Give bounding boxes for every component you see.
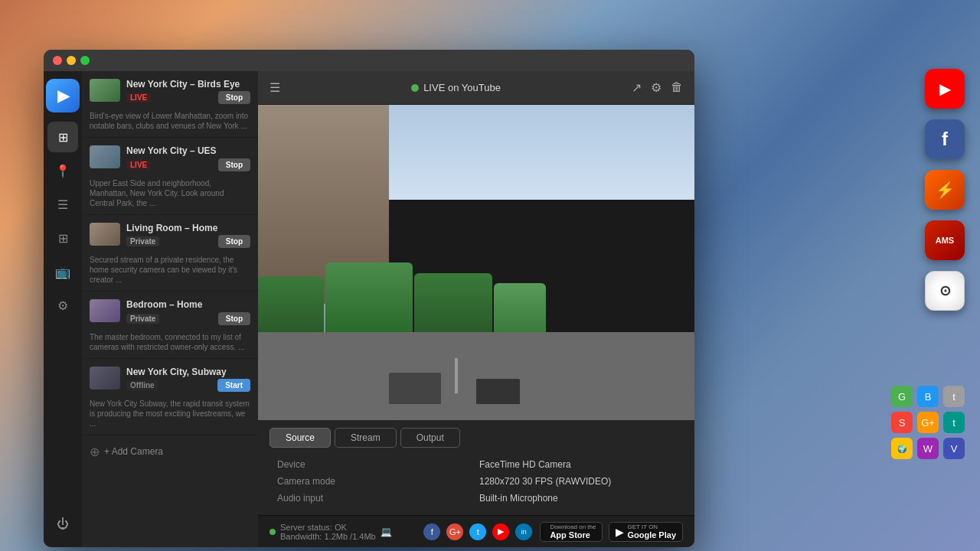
list-icon: ☰ [57,197,68,212]
camera-header: New York City – Birds Eye LIVE Stop [90,79,250,107]
camera-name: New York City, Subway [126,367,250,377]
live-status-dot [411,84,419,92]
mini-icon-row: G B t [891,386,965,407]
camera-item[interactable]: New York City – UES LIVE Stop Upper East… [82,138,258,214]
broadcast-icon: 📺 [55,265,70,279]
server-status: Server status: OK Bandwidth: 1.2Mb /1.4M… [270,523,392,541]
stop-button[interactable]: Stop [218,158,250,171]
power-icon: ⏻ [57,517,69,531]
flash-app-icon[interactable]: ⚡ [925,170,965,210]
car [389,373,441,404]
traffic-lights [53,56,90,65]
sidebar-item-settings[interactable]: ⚙ [47,290,78,321]
social-icons: f G+ t ▶ in [423,523,532,540]
stop-button[interactable]: Stop [218,235,250,248]
app-logo[interactable]: ▶ [46,79,80,112]
sidebar-icons: ▶ ⊞ 📍 ☰ ⊞ 📺 ⚙ ⏻ [44,71,82,547]
close-button[interactable] [53,56,62,65]
mini-icon-purple[interactable]: W [917,438,939,459]
mini-icon-row-3: 🌍 W V [891,438,965,459]
sidebar-item-broadcast[interactable]: 📺 [47,256,78,287]
sidebar-item-grid[interactable]: ⊞ [47,223,78,253]
social-twitter[interactable]: t [469,523,486,540]
camera-header: Living Room – Home Private Stop [90,223,250,251]
social-facebook[interactable]: f [423,523,440,540]
share-button[interactable]: ↗ [632,80,642,95]
camera-thumbnail [90,223,120,246]
map-icon: 📍 [55,164,70,178]
camera-description: The master bedroom, connected to my list… [90,332,250,352]
mini-icon-red[interactable]: S [891,412,913,433]
sidebar-item-list[interactable]: ☰ [47,189,78,220]
trees-layer [258,262,694,332]
mini-icon-row-2: S G+ t [891,412,965,433]
camera-item[interactable]: Bedroom – Home Private Stop The master b… [82,292,258,358]
settings-button[interactable]: ⚙ [651,80,662,95]
main-toolbar: ☰ LIVE on YouTube ↗ ⚙ 🗑 [258,71,694,105]
camera-item[interactable]: New York City, Subway Offline Start New … [82,359,258,435]
menu-icon[interactable]: ☰ [270,80,280,95]
main-area: ☰ LIVE on YouTube ↗ ⚙ 🗑 [258,71,694,547]
bottom-right-icons: G B t S G+ t 🌍 W V [891,386,965,459]
add-camera-button[interactable]: ⊕ + Add Camera [82,435,258,468]
device-label: Device [277,459,473,470]
bandwidth-icon[interactable]: 💻 [381,527,392,537]
camera-info: Living Room – Home Private Stop [126,223,250,251]
add-camera-label: + Add Camera [104,446,163,457]
social-google-plus[interactable]: G+ [446,523,463,540]
minimize-button[interactable] [67,56,76,65]
sidebar-item-cameras[interactable]: ⊞ [47,122,78,152]
mini-icon-orange[interactable]: G+ [917,412,939,433]
camera-name: New York City – UES [126,145,250,156]
mini-icon-green[interactable]: G [891,386,913,407]
start-button[interactable]: Start [217,379,250,392]
camera-info: New York City – Birds Eye LIVE Stop [126,79,250,107]
stop-button[interactable]: Stop [218,91,250,104]
camera-info: Bedroom – Home Private Stop [126,299,250,328]
ams-app-icon[interactable]: AMS [925,220,965,260]
facebook-app-icon[interactable]: f [925,119,965,159]
camera-item[interactable]: New York City – Birds Eye LIVE Stop Bird… [82,71,258,138]
mini-icon-teal[interactable]: t [943,412,965,433]
camera-mode-value: 980x551 30 FPS (RAWVIDEO) [479,476,675,487]
camera-status-row: Private Stop [126,235,250,248]
status-badge: LIVE [126,160,151,170]
delete-button[interactable]: 🗑 [671,80,683,95]
tab-source[interactable]: Source [270,428,331,448]
grid-icon: ⊞ [58,231,68,246]
maximize-button[interactable] [80,56,90,65]
sidebar-item-map[interactable]: 📍 [47,155,78,186]
google-play-badge[interactable]: ▶ GET IT ON Google Play [609,522,683,542]
mini-icon-gray[interactable]: t [943,386,965,407]
tree [258,276,324,332]
tree [494,283,546,331]
live-status-text: LIVE on YouTube [423,82,501,93]
status-badge: LIVE [126,93,151,103]
social-youtube[interactable]: ▶ [492,523,509,540]
tab-output[interactable]: Output [400,428,460,448]
status-badge: Offline [126,380,158,390]
bandwidth-text: Bandwidth: 1.2Mb /1.4Mb [280,532,376,541]
tree [325,262,413,332]
stop-button[interactable]: Stop [218,312,250,325]
camera-thumbnail [90,367,120,390]
mini-icon-indigo[interactable]: V [943,438,965,459]
app-content: ▶ ⊞ 📍 ☰ ⊞ 📺 ⚙ ⏻ [44,71,694,547]
mini-icon-blue[interactable]: B [917,386,939,407]
camera-item[interactable]: Living Room – Home Private Stop Secured … [82,215,258,292]
tab-stream[interactable]: Stream [335,428,397,448]
social-linkedin[interactable]: in [515,523,532,540]
device-value: FaceTime HD Camera [479,459,675,470]
sidebar-item-power[interactable]: ⏻ [47,509,78,540]
settings-icon: ⚙ [57,298,68,313]
youtube-app-icon[interactable]: ▶ [925,69,965,109]
apple-store-badge[interactable]: Download on the App Store [540,522,603,542]
mini-icon-yellow[interactable]: 🌍 [891,438,913,459]
camera-header: New York City, Subway Offline Start [90,367,250,395]
camera-status-row: LIVE Stop [126,158,250,171]
right-app-icons: ▶ f ⚡ AMS ⊙ [925,69,965,311]
camera-status-row: Offline Start [126,379,250,392]
s5-app-icon[interactable]: ⊙ [925,271,965,311]
car [476,379,520,404]
status-badge: Private [126,236,159,246]
